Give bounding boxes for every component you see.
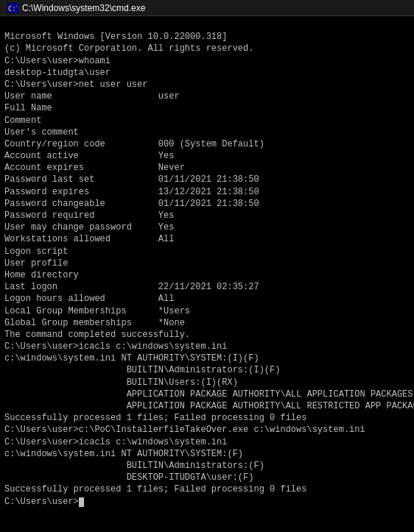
terminal-line: Local Group Memberships *Users bbox=[4, 305, 410, 317]
terminal-line: c:\windows\system.ini NT AUTHORITY\SYSTE… bbox=[4, 352, 410, 364]
terminal-line: BUILTIN\Users:(I)(RX) bbox=[4, 377, 410, 389]
terminal-line: Successfully processed 1 files; Failed p… bbox=[4, 412, 410, 424]
terminal-line: BUILTIN\Administrators:(F) bbox=[4, 460, 410, 472]
terminal-line: C:\Users\user> bbox=[4, 496, 410, 508]
terminal-line: Global Group memberships *None bbox=[4, 317, 410, 329]
cmd-icon: C:\ bbox=[6, 2, 18, 14]
terminal-line: C:\Users\user>whoami bbox=[4, 55, 410, 67]
terminal-output: Microsoft Windows [Version 10.0.22000.31… bbox=[0, 16, 414, 532]
terminal-line: Logon script bbox=[4, 246, 410, 258]
title-bar-text: C:\Windows\system32\cmd.exe bbox=[22, 3, 145, 13]
terminal-line: c:\windows\system.ini NT AUTHORITY\SYSTE… bbox=[4, 448, 410, 460]
terminal-line: User name user bbox=[4, 91, 410, 102]
terminal-line: Home directory bbox=[4, 269, 410, 281]
terminal-line: C:\Users\user>c:\PoC\InstallerfileTakeOv… bbox=[4, 424, 410, 436]
terminal-line: Last logon 22/11/2021 02:35:27 bbox=[4, 281, 410, 293]
terminal-line: C:\Users\user>icacls c:\windows\system.i… bbox=[4, 436, 410, 448]
terminal-line: Account expires Never bbox=[4, 162, 410, 174]
terminal-line: Password required Yes bbox=[4, 210, 410, 221]
terminal-line: APPLICATION PACKAGE AUTHORITY\ALL APPLIC… bbox=[4, 389, 410, 400]
terminal-line: BUILTIN\Administrators:(I)(F) bbox=[4, 364, 410, 376]
terminal-line: Comment bbox=[4, 115, 410, 127]
terminal-line: APPLICATION PACKAGE AUTHORITY\ALL RESTRI… bbox=[4, 400, 410, 412]
terminal-line: Full Name bbox=[4, 102, 410, 114]
svg-text:C:\: C:\ bbox=[8, 5, 17, 13]
terminal-line: User's comment bbox=[4, 127, 410, 138]
terminal-line: Account active Yes bbox=[4, 150, 410, 162]
terminal-line: C:\Users\user>net user user bbox=[4, 79, 410, 91]
terminal-line: (c) Microsoft Corporation. All rights re… bbox=[4, 43, 410, 54]
terminal-line: Workstations allowed All bbox=[4, 233, 410, 245]
terminal-line: Password last set 01/11/2021 21:38:50 bbox=[4, 174, 410, 185]
terminal-line: The command completed successfully. bbox=[4, 329, 410, 341]
terminal-line: Country/region code 000 (System Default) bbox=[4, 138, 410, 150]
terminal-line: Password expires 13/12/2021 21:38:50 bbox=[4, 186, 410, 198]
terminal-line: desktop-itudgta\user bbox=[4, 67, 410, 79]
terminal-line: Logon hours allowed All bbox=[4, 293, 410, 305]
cursor bbox=[79, 497, 84, 507]
terminal-line: Password changeable 01/11/2021 21:38:50 bbox=[4, 198, 410, 210]
terminal-line: User may change password Yes bbox=[4, 221, 410, 233]
title-bar: C:\ C:\Windows\system32\cmd.exe bbox=[0, 0, 414, 16]
terminal-line: C:\Users\user>icacls c:\windows\system.i… bbox=[4, 341, 410, 352]
terminal-line: Microsoft Windows [Version 10.0.22000.31… bbox=[4, 31, 410, 43]
terminal-line: Successfully processed 1 files; Failed p… bbox=[4, 483, 410, 495]
terminal-line: DESKTOP-ITUDGTA\user:(F) bbox=[4, 472, 410, 483]
terminal-line: User profile bbox=[4, 258, 410, 269]
